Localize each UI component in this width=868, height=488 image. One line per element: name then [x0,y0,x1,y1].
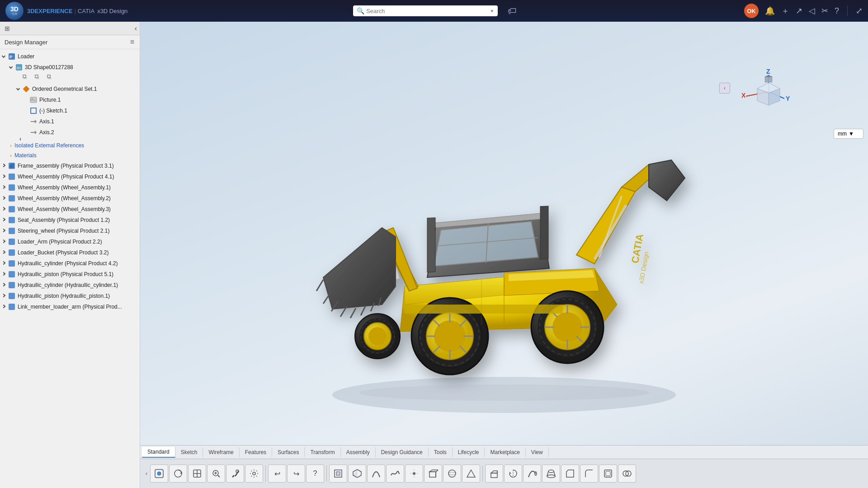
arrow-seat[interactable] [0,217,7,223]
units-dropdown[interactable]: mm ▼ [834,129,863,139]
tb-btn-help[interactable]: ? [306,465,324,483]
tb-btn-select[interactable] [150,465,168,483]
tab-assembly[interactable]: Assembly [341,447,376,457]
arrow-wheel4[interactable] [0,206,7,212]
arrow-hyd-cyl1[interactable] [0,261,7,266]
tree-item-shape3d[interactable]: 3D 3D Shape00127288 [0,62,140,73]
tab-surfaces[interactable]: Surfaces [272,447,305,457]
tb-btn-undo[interactable]: ↩ [268,465,286,483]
arrow-wheel1[interactable] [0,174,7,179]
arrow-hyd-cyl2[interactable] [0,282,7,288]
tree-item-loader-bucket[interactable]: Loader_Bucket (Physical Product 3.2) [0,247,140,258]
tb-btn-sphere[interactable] [443,465,461,483]
tree-item-axes[interactable]: XY YZ XZ [0,73,140,84]
toolbar-scroll-left[interactable]: ‹ [144,469,149,479]
arrow-steering[interactable] [0,228,7,234]
tree-item-materials[interactable]: › Materials [0,150,140,160]
tab-transform[interactable]: Transform [305,447,340,457]
arrow-loader-arm[interactable] [0,239,7,244]
arrow-ogs[interactable] [14,86,22,92]
tree-item-wheel2[interactable]: Wheel_Assembly (Wheel_Assembly.1) [0,182,140,193]
arrow-loader[interactable] [0,54,7,59]
search-dropdown-arrow[interactable]: ▼ [490,9,494,14]
viewport[interactable]: CATIA x3D Design [140,22,868,488]
collaborate-icon[interactable]: ◁ [809,6,815,16]
tree-item-axis2[interactable]: Axis.2 [0,127,140,138]
panel-collapse-button[interactable]: ‹ [135,24,137,33]
tree-item-hyd-cyl2[interactable]: Hydraullic_cylinder (Hydraullic_cylinder… [0,280,140,291]
tree-item-seat[interactable]: Seat_Assembly (Physical Product 1.2) [0,215,140,225]
tb-btn-point[interactable] [405,465,423,483]
tree-item-isolated[interactable]: › Isolated External References [0,141,140,150]
tab-view[interactable]: View [526,447,549,457]
tree-item-steering[interactable]: Steering_wheel (Physical Product 2.1) [0,225,140,236]
tb-btn-curve[interactable] [367,465,385,483]
arrow-loader-bucket[interactable] [0,250,7,255]
tree-item-sketch[interactable]: (-) Sketch.1 [0,105,140,116]
tb-btn-settings[interactable] [245,465,263,483]
tree-item-ogs[interactable]: Ordered Geometrical Set.1 [0,84,140,94]
tree-area[interactable]: P Loader 3D 3D Shape00127288 XY YZ [0,49,140,488]
notification-icon[interactable]: 🔔 [765,6,775,16]
panel-tree-icon[interactable]: ⊞ [3,24,12,33]
tb-btn-shell[interactable] [599,465,617,483]
tb-btn-3d-view[interactable] [348,465,366,483]
tb-btn-loft[interactable] [542,465,560,483]
tree-item-loader[interactable]: P Loader [0,51,140,62]
tb-btn-redo[interactable]: ↪ [287,465,305,483]
panel-menu-button[interactable]: ≡ [130,38,135,46]
arrow-hyd-piston2[interactable] [0,293,7,299]
tb-btn-fillet[interactable] [580,465,598,483]
compass-nav-button[interactable]: ‹ [719,83,730,94]
help-icon[interactable]: ? [835,6,839,16]
arrow-hyd-piston1[interactable] [0,272,7,277]
tab-standard[interactable]: Standard [142,447,175,458]
arrow-materials[interactable]: › [7,153,14,158]
label-materials[interactable]: Materials [14,151,37,160]
tb-btn-cube-view[interactable] [329,465,347,483]
tab-design-guidance[interactable]: Design Guidance [376,447,429,457]
tab-features[interactable]: Features [240,447,272,457]
tb-btn-box[interactable] [424,465,442,483]
arrow-shape3d[interactable] [7,65,14,70]
tb-btn-revolve[interactable] [504,465,522,483]
arrow-wheel2[interactable] [0,185,7,190]
share-icon[interactable]: ↗ [796,6,802,16]
tree-item-hyd-cyl1[interactable]: Hydraullic_cylinder (Physical Product 4.… [0,258,140,269]
arrow-wheel3[interactable] [0,196,7,201]
tree-item-loader-arm[interactable]: Loader_Arm (Physical Product 2.2) [0,236,140,247]
tree-item-link-member[interactable]: Link_member_loader_arm (Physical Prod... [0,301,140,312]
expand-icon[interactable]: ⤢ [856,6,863,16]
tab-lifecycle[interactable]: Lifecycle [453,447,485,457]
tree-item-wheel1[interactable]: Wheel_Assembly (Physical Product 4.1) [0,171,140,182]
arrow-isolated[interactable]: › [7,143,14,148]
arrow-frame[interactable] [0,163,7,169]
tb-btn-chamfer[interactable] [561,465,579,483]
tab-tools[interactable]: Tools [429,447,453,457]
tree-item-frame-assy[interactable]: Frame_assembly (Physical Product 3.1) [0,160,140,171]
tb-btn-tools[interactable] [226,465,244,483]
tree-item-hyd-piston2[interactable]: Hydraullic_piston (Hydraullic_piston.1) [0,291,140,301]
tb-btn-triangle[interactable] [462,465,480,483]
tab-marketplace[interactable]: Marketplace [485,447,525,457]
tb-btn-sweep[interactable] [523,465,541,483]
tb-btn-pan[interactable] [188,465,206,483]
search-bar[interactable]: 🔍 ▼ [353,5,498,16]
tree-item-hyd-piston1[interactable]: Hydraullic_piston (Physical Product 5.1) [0,269,140,280]
tb-btn-extrude[interactable] [485,465,503,483]
tb-btn-boolean[interactable] [618,465,636,483]
user-avatar[interactable]: OK [744,4,759,18]
settings-icon[interactable]: ✂ [821,6,828,16]
tag-icon[interactable]: 🏷 [506,4,519,18]
app-logo[interactable]: 3D V,R [5,2,24,20]
tb-btn-spline[interactable] [386,465,404,483]
tab-sketch[interactable]: Sketch [175,447,203,457]
compass[interactable]: Z Y X [732,67,796,121]
tree-item-wheel3[interactable]: Wheel_Assembly (Wheel_Assembly.2) [0,193,140,204]
label-isolated[interactable]: Isolated External References [14,141,84,150]
tree-item-picture[interactable]: Picture.1 [0,94,140,105]
tree-item-axis1[interactable]: Axis.1 [0,116,140,127]
tab-wireframe[interactable]: Wireframe [203,447,239,457]
search-input[interactable] [366,8,488,14]
tb-btn-zoom[interactable] [207,465,225,483]
